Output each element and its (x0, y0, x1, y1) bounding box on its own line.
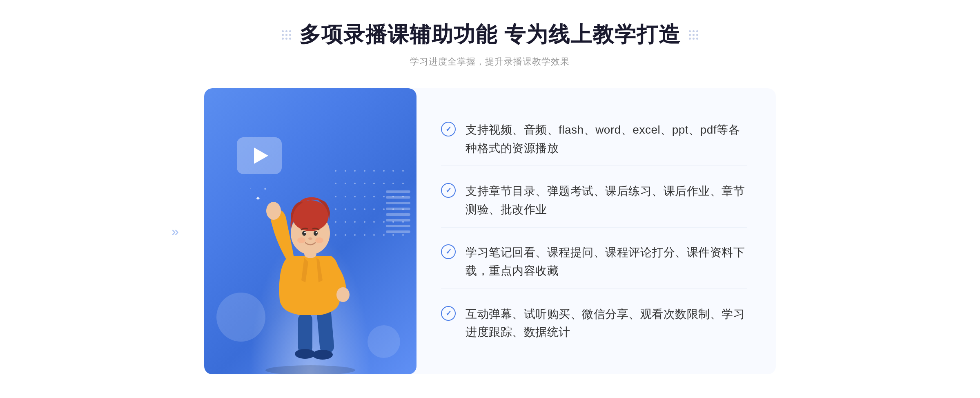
stripe (386, 190, 410, 193)
dot (693, 38, 695, 40)
left-arrows-decoration: » (172, 224, 179, 239)
svg-point-14 (316, 232, 317, 233)
dot (289, 38, 291, 40)
features-area: ✓支持视频、音频、flash、word、excel、ppt、pdf等各种格式的资… (412, 88, 776, 374)
check-mark-icon: ✓ (445, 310, 452, 317)
left-dots-decoration (282, 30, 291, 40)
stripe (386, 230, 410, 233)
dot (383, 183, 385, 184)
dot (689, 34, 691, 36)
character-illustration: ✦ ✦ · (241, 154, 380, 374)
stripe (386, 202, 410, 204)
feature-item: ✓支持视频、音频、flash、word、excel、ppt、pdf等各种格式的资… (441, 113, 747, 166)
svg-text:·: · (250, 187, 251, 190)
svg-point-11 (302, 231, 306, 236)
stripe (386, 213, 410, 216)
dot (289, 34, 291, 36)
svg-point-13 (304, 232, 306, 233)
check-mark-icon: ✓ (445, 248, 452, 255)
svg-rect-6 (271, 202, 275, 213)
feature-item: ✓互动弹幕、试听购买、微信分享、观看次数限制、学习进度跟踪、数据统计 (441, 297, 747, 350)
feature-item: ✓学习笔记回看、课程提问、课程评论打分、课件资料下载，重点内容收藏 (441, 235, 747, 289)
svg-text:✦: ✦ (255, 195, 261, 202)
svg-point-4 (312, 350, 333, 360)
check-icon: ✓ (441, 306, 456, 321)
dot (282, 38, 284, 40)
stripe (386, 208, 410, 210)
dot (285, 38, 287, 40)
dot (696, 38, 698, 40)
dot (392, 183, 394, 184)
feature-text: 学习笔记回看、课程提问、课程评论打分、课件资料下载，重点内容收藏 (466, 244, 747, 280)
feature-text: 互动弹幕、试听购买、微信分享、观看次数限制、学习进度跟踪、数据统计 (466, 305, 747, 342)
illustration-area: ✦ ✦ · (204, 88, 416, 374)
svg-rect-1 (298, 313, 312, 354)
stripe (386, 219, 410, 221)
chevron-left-icon: » (172, 224, 179, 239)
header-title-row: 多项录播课辅助功能 专为线上教学打造 (282, 20, 698, 49)
dot (402, 170, 404, 172)
svg-point-0 (265, 365, 355, 374)
dot (289, 30, 291, 32)
feature-item: ✓支持章节目录、弹题考试、课后练习、课后作业、章节测验、批改作业 (441, 174, 747, 228)
svg-point-3 (295, 349, 315, 359)
check-icon: ✓ (441, 183, 456, 198)
svg-point-16 (297, 237, 305, 243)
svg-point-7 (336, 287, 350, 302)
dot (402, 183, 404, 184)
dot (689, 30, 691, 32)
dot (285, 30, 287, 32)
svg-point-17 (315, 237, 323, 243)
dot (392, 170, 394, 172)
feature-text: 支持章节目录、弹题考试、课后练习、课后作业、章节测验、批改作业 (466, 182, 747, 219)
check-icon: ✓ (441, 122, 456, 136)
stripe (386, 196, 410, 199)
stripes-decoration (386, 190, 410, 239)
dot (282, 30, 284, 32)
dot (383, 234, 385, 236)
dot (285, 34, 287, 36)
check-icon: ✓ (441, 244, 456, 259)
main-content: » (204, 88, 776, 374)
stripe (386, 225, 410, 227)
header-section: 多项录播课辅助功能 专为线上教学打造 (282, 20, 698, 68)
check-mark-icon: ✓ (445, 125, 452, 133)
svg-text:✦: ✦ (263, 187, 267, 191)
dot (383, 221, 385, 223)
page-title: 多项录播课辅助功能 专为线上教学打造 (299, 20, 681, 49)
dot (282, 34, 284, 36)
dot (383, 208, 385, 210)
dot (689, 38, 691, 40)
page-wrapper: 多项录播课辅助功能 专为线上教学打造 (0, 20, 980, 374)
dot (696, 34, 698, 36)
feature-text: 支持视频、音频、flash、word、excel、ppt、pdf等各种格式的资源… (466, 121, 747, 158)
svg-point-12 (314, 231, 318, 236)
svg-point-15 (308, 237, 312, 240)
dot (383, 196, 385, 197)
dot (693, 34, 695, 36)
check-mark-icon: ✓ (445, 187, 452, 194)
dot (696, 30, 698, 32)
right-dots-decoration (689, 30, 698, 40)
dot (383, 170, 385, 172)
header-subtitle: 学习进度全掌握，提升录播课教学效果 (410, 56, 570, 68)
dot (693, 30, 695, 32)
